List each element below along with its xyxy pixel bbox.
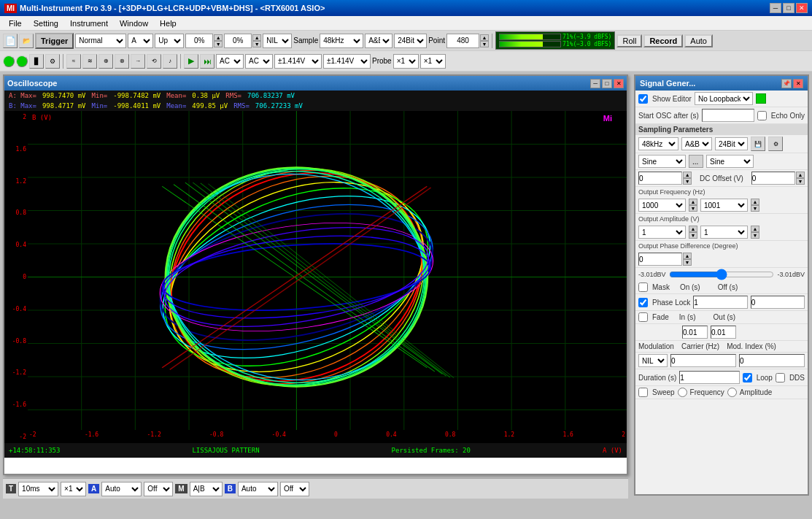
mod-index-input[interactable]	[739, 354, 805, 367]
icon-btn-4[interactable]: ⊗	[115, 54, 129, 69]
freq-b-select[interactable]: 1001	[700, 199, 748, 212]
probe-select[interactable]: ×1	[393, 54, 419, 69]
fade-out-input[interactable]	[711, 326, 736, 339]
bit-depth-select[interactable]: 24Bit	[394, 34, 427, 48]
pct1-input[interactable]	[185, 34, 213, 48]
open-button[interactable]: 📂	[19, 34, 34, 48]
x1-select[interactable]: ×1	[420, 54, 446, 69]
mask-checkbox[interactable]	[638, 282, 648, 292]
dc-offset-a-down[interactable]: ▼	[683, 178, 692, 185]
new-button[interactable]: 📄	[3, 34, 18, 48]
dc-offset-b-input[interactable]	[751, 172, 795, 185]
pct2-input[interactable]	[224, 34, 252, 48]
osc-minimize[interactable]: ─	[590, 79, 600, 88]
record-button[interactable]: Record	[643, 34, 683, 47]
trigger-channel-select[interactable]: A	[128, 34, 153, 48]
voltage2-select[interactable]: ±1.414V	[323, 54, 371, 69]
carrier-input[interactable]	[670, 354, 736, 367]
channel-ab-select[interactable]: A&B	[365, 34, 393, 48]
start-osc-input[interactable]	[702, 109, 754, 122]
ac1-select[interactable]: AC	[216, 54, 244, 69]
sg-save-btn[interactable]: 💾	[751, 137, 765, 151]
freq-radio[interactable]	[678, 388, 687, 397]
voltage1-select[interactable]: ±1.414V	[274, 54, 322, 69]
sg-bit-depth-select[interactable]: 24Bit	[715, 137, 748, 150]
amp-b-select[interactable]: 1	[700, 226, 748, 239]
point-up[interactable]: ▲	[480, 34, 489, 41]
settings-btn[interactable]: ⚙	[45, 54, 60, 69]
amp-a-select[interactable]: 1	[638, 226, 686, 239]
phase-diff-up[interactable]: ▲	[683, 253, 692, 259]
sweep-checkbox[interactable]	[638, 388, 648, 397]
ac2-select[interactable]: AC	[245, 54, 273, 69]
icon-btn-5[interactable]: →	[131, 54, 145, 69]
icon-btn-2[interactable]: ≋	[82, 54, 97, 69]
close-button[interactable]: ✕	[796, 3, 808, 13]
menu-instrument[interactable]: Instrument	[64, 18, 114, 29]
icon-btn-3[interactable]: ⊕	[98, 54, 113, 69]
trigger-direction-select[interactable]: Up	[155, 34, 184, 48]
phase-lock-checkbox[interactable]	[638, 298, 648, 307]
amp-radio[interactable]	[727, 388, 737, 397]
sg-channel-select[interactable]: A&B	[681, 137, 712, 150]
roll-button[interactable]: Roll	[616, 34, 642, 47]
freq-a-down[interactable]: ▼	[689, 205, 697, 212]
amp-b-up[interactable]: ▲	[751, 226, 759, 232]
point-input[interactable]	[446, 34, 479, 48]
show-editor-checkbox[interactable]	[638, 94, 648, 104]
dc-offset-a-input[interactable]	[638, 172, 682, 185]
minimize-button[interactable]: ─	[770, 3, 781, 13]
a-off-select[interactable]: Off	[144, 482, 173, 496]
pct2-up[interactable]: ▲	[252, 34, 261, 41]
osc-close[interactable]: ✕	[614, 79, 624, 88]
maximize-button[interactable]: □	[783, 3, 794, 13]
freq-b-down[interactable]: ▼	[751, 205, 759, 212]
nil-select[interactable]: NIL	[263, 34, 292, 48]
a-mode-select[interactable]: Auto	[101, 482, 142, 496]
sg-settings-btn[interactable]: ⚙	[768, 137, 783, 151]
sg-sample-rate-select[interactable]: 48kHz	[638, 137, 678, 150]
menu-file[interactable]: File	[3, 18, 28, 29]
bar-graph-btn[interactable]: ▊	[29, 54, 44, 69]
trigger-mode-select[interactable]: Normal	[75, 34, 126, 48]
fastfwd-btn[interactable]: ⏭	[200, 54, 214, 69]
pct1-down[interactable]: ▼	[214, 41, 223, 47]
level-slider[interactable]	[669, 269, 775, 280]
phase-lock-off-input[interactable]	[751, 296, 805, 309]
menu-window[interactable]: Window	[114, 18, 154, 29]
icon-btn-6[interactable]: ⟲	[147, 54, 161, 69]
mod-nil-select[interactable]: NIL	[638, 354, 668, 367]
pct1-up[interactable]: ▲	[214, 34, 223, 41]
phase-diff-input[interactable]	[638, 253, 682, 266]
loop-checkbox[interactable]	[743, 373, 752, 382]
point-down[interactable]: ▼	[480, 41, 489, 47]
sample-rate-select[interactable]: 48kHz	[320, 34, 363, 48]
trigger-button[interactable]: Trigger	[35, 33, 74, 49]
waveform-a-select[interactable]: Sine	[638, 155, 686, 168]
phase-diff-down[interactable]: ▼	[683, 259, 692, 266]
loopback-select[interactable]: No Loopback	[695, 92, 753, 105]
amp-a-down[interactable]: ▼	[689, 232, 697, 239]
m-mode-select[interactable]: A|B	[190, 482, 223, 496]
play-btn[interactable]: ▶	[184, 54, 198, 69]
phase-lock-val-input[interactable]	[693, 296, 747, 309]
icon-btn-7[interactable]: ♪	[163, 54, 177, 69]
echo-only-checkbox[interactable]	[757, 111, 767, 120]
freq-a-up[interactable]: ▲	[689, 199, 697, 205]
icon-btn-1[interactable]: ≈	[66, 54, 81, 69]
sg-dots-btn[interactable]: ...	[689, 155, 703, 168]
fade-in-input[interactable]	[682, 326, 708, 339]
duration-input[interactable]	[679, 371, 739, 384]
b-mode-select[interactable]: Auto	[238, 482, 278, 496]
fade-checkbox[interactable]	[638, 312, 648, 322]
sg-pin[interactable]: 📌	[781, 79, 792, 88]
waveform-b-select[interactable]: Sine	[706, 155, 754, 168]
dc-offset-b-up[interactable]: ▲	[796, 172, 805, 178]
amp-b-down[interactable]: ▼	[751, 232, 759, 239]
b-off-select[interactable]: Off	[280, 482, 309, 496]
auto-button[interactable]: Auto	[684, 34, 713, 47]
t-x1-select[interactable]: ×1	[61, 482, 86, 496]
freq-b-up[interactable]: ▲	[751, 199, 759, 205]
time-per-div-select[interactable]: 10ms	[18, 482, 58, 496]
dds-checkbox[interactable]	[776, 373, 785, 382]
